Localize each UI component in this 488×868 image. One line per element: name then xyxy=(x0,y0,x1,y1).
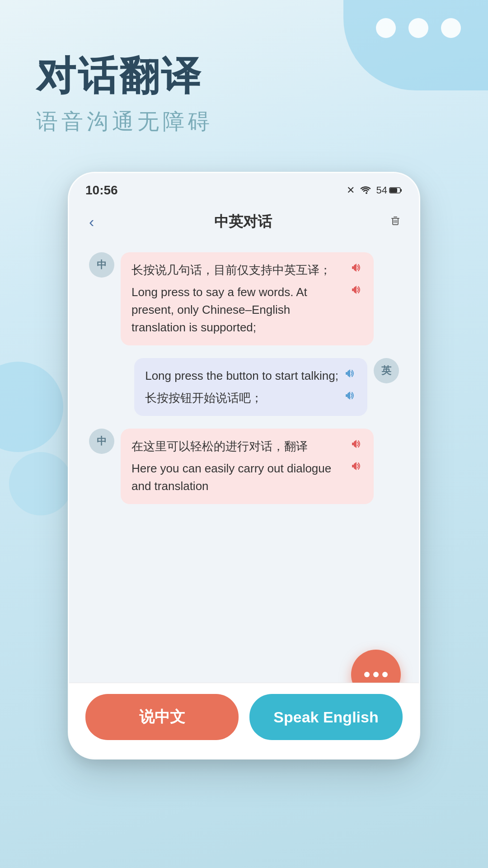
svg-rect-10 xyxy=(352,266,354,269)
bg-bubble-left2 xyxy=(9,452,72,515)
back-button[interactable]: ‹ xyxy=(85,209,98,234)
float-btn-dots xyxy=(364,672,388,677)
status-bar: 10:56 ✕ 54 xyxy=(69,173,419,202)
battery-icon: 54 xyxy=(376,184,403,196)
bottom-area: 说中文 Speak English xyxy=(69,683,419,758)
main-title: 对话翻译 xyxy=(36,54,213,98)
sound-icon-1-2[interactable] xyxy=(350,284,363,298)
nav-bar: ‹ 中英对话 xyxy=(69,202,419,243)
sound-icon-3-1[interactable] xyxy=(350,439,363,453)
chat-area: 中 长按说几句话，目前仅支持中英互译； Long press to say a … xyxy=(69,243,419,580)
svg-marker-19 xyxy=(354,462,357,470)
trash-icon xyxy=(388,213,403,227)
bubble-text-1-2: Long press to say a few words. At presen… xyxy=(131,283,345,336)
bg-dot-3 xyxy=(441,18,461,38)
bg-bubble-left xyxy=(0,362,63,452)
bubble-2: Long press the button to start talking; … xyxy=(134,358,367,416)
message-row-2: 英 Long press the button to start talking… xyxy=(83,358,405,416)
status-icons: ✕ 54 xyxy=(347,184,403,196)
svg-rect-14 xyxy=(346,372,347,375)
message-row-3: 中 在这里可以轻松的进行对话，翻译 Here you can easily ca… xyxy=(83,429,405,504)
bubble-line-3-2: Here you can easily carry out dialogue a… xyxy=(131,460,363,495)
bubble-text-2-1: Long press the button to start talking; xyxy=(145,367,338,385)
bubble-1: 长按说几句话，目前仅支持中英互译； Long press to say a fe… xyxy=(121,252,374,345)
bubble-text-2-2: 长按按钮开始说话吧； xyxy=(145,389,338,407)
speak-chinese-button[interactable]: 说中文 xyxy=(85,694,239,740)
avatar-1: 中 xyxy=(89,252,114,278)
chat-spacer xyxy=(83,517,405,571)
float-dot-1 xyxy=(364,672,370,677)
svg-marker-17 xyxy=(354,440,357,448)
battery-shape-icon xyxy=(389,187,403,194)
bubble-line-2-2: 长按按钮开始说话吧； xyxy=(145,389,357,407)
svg-rect-18 xyxy=(352,443,354,445)
svg-marker-13 xyxy=(347,369,350,377)
bubble-line-1-1: 长按说几句话，目前仅支持中英互译； xyxy=(131,261,363,279)
avatar-3: 中 xyxy=(89,429,114,454)
speak-english-button[interactable]: Speak English xyxy=(249,694,403,740)
avatar-2: 英 xyxy=(374,358,399,383)
bubble-text-3-2: Here you can easily carry out dialogue a… xyxy=(131,460,345,495)
float-dot-2 xyxy=(373,672,379,677)
bubble-line-3-1: 在这里可以轻松的进行对话，翻译 xyxy=(131,438,363,455)
svg-marker-11 xyxy=(354,286,357,294)
sound-icon-2-1[interactable] xyxy=(344,368,357,382)
svg-rect-16 xyxy=(346,394,347,397)
bubble-text-1-1: 长按说几句话，目前仅支持中英互译； xyxy=(131,261,345,279)
bubble-line-1-2: Long press to say a few words. At presen… xyxy=(131,283,363,336)
bg-dot-1 xyxy=(376,18,396,38)
svg-rect-1 xyxy=(390,188,397,193)
phone-mockup: 10:56 ✕ 54 ‹ 中英对话 xyxy=(68,172,420,760)
svg-rect-2 xyxy=(400,189,402,192)
bg-bubble-top-right xyxy=(343,0,488,90)
svg-marker-15 xyxy=(347,392,350,400)
header-section: 对话翻译 语音沟通无障碍 xyxy=(36,54,213,136)
sound-icon-2-2[interactable] xyxy=(344,390,357,404)
bubble-line-2-1: Long press the button to start talking; xyxy=(145,367,357,385)
sound-icon-1-1[interactable] xyxy=(350,262,363,276)
svg-marker-9 xyxy=(354,264,357,272)
bubble-text-3-1: 在这里可以轻松的进行对话，翻译 xyxy=(131,438,345,455)
message-row-1: 中 长按说几句话，目前仅支持中英互译； Long press to say a … xyxy=(83,252,405,345)
bg-dot-2 xyxy=(408,18,428,38)
wifi-icon xyxy=(359,186,372,195)
svg-rect-12 xyxy=(352,288,354,291)
svg-rect-20 xyxy=(352,465,354,467)
bg-dots xyxy=(376,18,461,38)
subtitle: 语音沟通无障碍 xyxy=(36,107,213,136)
close-icon: ✕ xyxy=(347,184,355,196)
sound-icon-3-2[interactable] xyxy=(350,461,363,475)
nav-title: 中英对话 xyxy=(214,212,272,232)
float-dot-3 xyxy=(382,672,388,677)
trash-button[interactable] xyxy=(388,213,403,231)
status-time: 10:56 xyxy=(85,183,118,198)
bubble-3: 在这里可以轻松的进行对话，翻译 Here you can easily carr… xyxy=(121,429,374,504)
